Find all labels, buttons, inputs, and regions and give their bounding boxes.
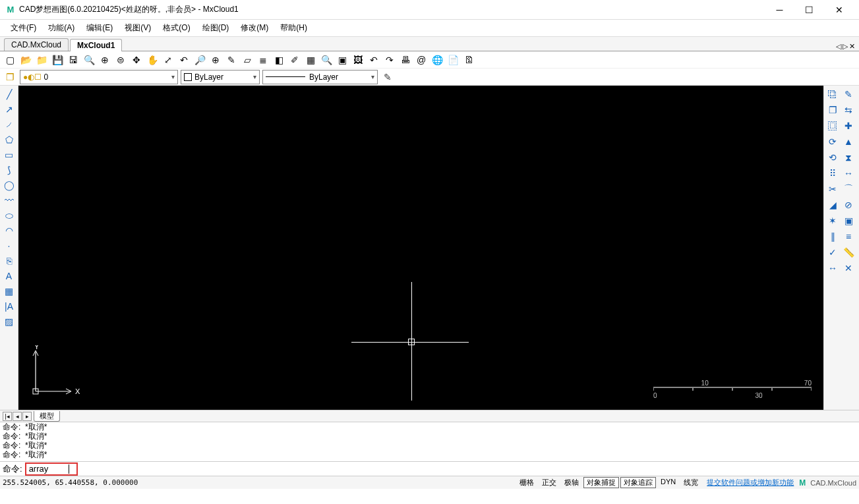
copy-icon[interactable]: ⿻	[825, 87, 840, 101]
explode-icon[interactable]: ✶	[825, 213, 840, 228]
copy3-icon[interactable]: ⿴	[825, 119, 840, 133]
plus-icon[interactable]: ✚	[841, 119, 856, 133]
pan-icon[interactable]: ✋	[145, 53, 160, 67]
vtext-icon[interactable]: |A	[2, 299, 16, 314]
layout-nav-prev-icon[interactable]: ◂	[13, 412, 22, 421]
ellarc-icon[interactable]: ◠	[2, 223, 16, 238]
pdf-icon[interactable]: 📄	[446, 53, 460, 67]
menu-item[interactable]: 修改(M)	[235, 21, 274, 35]
point-icon[interactable]: ·	[2, 238, 16, 253]
status-toggle[interactable]: 极轴	[561, 477, 582, 488]
chamfer-icon[interactable]: ◢	[825, 198, 840, 212]
zoom-icon[interactable]: 🔎	[193, 53, 207, 67]
stretch-icon[interactable]: ↔	[841, 166, 856, 181]
spline-icon[interactable]: 〰	[2, 193, 16, 208]
zoomext-icon[interactable]: ✥	[129, 53, 144, 67]
eraser-icon[interactable]: ▱	[240, 53, 254, 67]
tab-close-icon[interactable]: ✕	[849, 42, 855, 51]
offset-icon[interactable]: ‖	[825, 229, 840, 244]
redo-icon[interactable]: ↷	[382, 53, 397, 67]
scale-icon[interactable]: ▲	[841, 134, 856, 149]
match-icon[interactable]: ✓	[825, 245, 840, 260]
hatch2-icon[interactable]: ▨	[2, 314, 16, 329]
tab-nav-right-icon[interactable]: ▷	[843, 42, 848, 51]
minimize-button[interactable]: ─	[765, 1, 794, 19]
refresh-icon[interactable]: ⟲	[825, 150, 840, 165]
fillet-icon[interactable]: ⌒	[841, 182, 856, 196]
status-toggle[interactable]: 正交	[539, 477, 560, 488]
line-icon[interactable]: ╱	[2, 87, 16, 101]
new-icon[interactable]: ▢	[3, 53, 17, 67]
find-icon[interactable]: 🔍	[319, 53, 334, 67]
rotate-icon[interactable]: ⟳	[825, 134, 840, 149]
document-tab[interactable]: MxCloud1	[70, 39, 122, 51]
pline-icon[interactable]: ⟋	[2, 117, 16, 132]
status-toggle[interactable]: 对象追踪	[620, 477, 656, 488]
open-icon[interactable]: 📂	[18, 53, 33, 67]
menu-item[interactable]: 文件(F)	[5, 21, 42, 35]
polygon-icon[interactable]: ⬠	[2, 132, 16, 147]
att-icon[interactable]: @	[414, 53, 429, 67]
menu-item[interactable]: 帮助(H)	[275, 21, 312, 35]
copy2-icon[interactable]: ❐	[825, 103, 840, 117]
mtext-icon[interactable]: A	[2, 269, 16, 283]
layer-combo[interactable]: ●◐☐ 0 ▾	[20, 70, 178, 84]
layout-nav-first-icon[interactable]: |◂	[3, 412, 12, 421]
feedback-link[interactable]: 提交软件问题或增加新功能	[707, 478, 794, 488]
tab-nav-left-icon[interactable]: ◁	[836, 42, 841, 51]
circle-icon[interactable]: ◯	[2, 178, 16, 192]
edit-icon[interactable]: ✎	[841, 87, 856, 101]
globe-icon[interactable]: 🌐	[430, 53, 444, 67]
layout-nav-next-icon[interactable]: ▸	[22, 412, 32, 421]
zoomd-icon[interactable]: ⤢	[161, 53, 175, 67]
pencil-icon[interactable]: ✎	[224, 53, 239, 67]
swap-icon[interactable]: ⇆	[841, 103, 856, 117]
status-toggle[interactable]: 线宽	[680, 477, 701, 488]
linetype-combo[interactable]: ByLayer ▾	[262, 70, 378, 84]
align-icon[interactable]: ≡	[841, 229, 856, 244]
layer-manager-icon[interactable]: ❐	[3, 70, 17, 84]
trim-icon[interactable]: ✂	[825, 182, 840, 196]
rect-icon[interactable]: ▭	[2, 148, 16, 162]
measure-icon[interactable]: 📏	[841, 245, 856, 260]
menu-item[interactable]: 功能(A)	[43, 21, 80, 35]
saveas-icon[interactable]: 🖫	[66, 53, 80, 67]
undo-icon[interactable]: ↶	[367, 53, 381, 67]
block-icon[interactable]: ▣	[335, 53, 349, 67]
status-toggle[interactable]: 对象捕捉	[583, 477, 619, 488]
maximize-button[interactable]: ☐	[794, 1, 824, 19]
zoomall-icon[interactable]: ⊜	[113, 53, 128, 67]
array-icon[interactable]: ⠿	[825, 166, 840, 181]
openf-icon[interactable]: 📁	[34, 53, 49, 67]
brush-icon[interactable]: ✐	[287, 53, 302, 67]
document-tab[interactable]: CAD.MxCloud	[4, 38, 69, 51]
menu-item[interactable]: 格式(O)	[158, 21, 195, 35]
lineweight-icon[interactable]: ✎	[380, 70, 395, 84]
target-icon[interactable]: ⊕	[208, 53, 223, 67]
img2-icon[interactable]: 🖻	[461, 53, 476, 67]
xline-icon[interactable]: ↗	[2, 102, 16, 117]
color-combo[interactable]: ByLayer ▾	[181, 70, 260, 84]
arc-icon[interactable]: ⟆	[2, 163, 16, 177]
zoomw-icon[interactable]: 🔍	[82, 53, 96, 67]
status-toggle[interactable]: 栅格	[516, 477, 537, 488]
status-toggle[interactable]: DYN	[657, 477, 679, 488]
menu-item[interactable]: 绘图(D)	[197, 21, 235, 35]
close-button[interactable]: ✕	[824, 1, 854, 19]
command-input[interactable]	[29, 464, 69, 474]
menu-item[interactable]: 视图(V)	[119, 21, 156, 35]
break-icon[interactable]: ⊘	[841, 198, 856, 212]
dist-icon[interactable]: ↔	[825, 261, 840, 275]
table-icon[interactable]: ▦	[2, 284, 16, 298]
print-icon[interactable]: 🖶	[398, 53, 413, 67]
group-icon[interactable]: ▣	[841, 213, 856, 228]
save-icon[interactable]: 💾	[50, 53, 65, 67]
menu-item[interactable]: 编辑(E)	[81, 21, 118, 35]
grad-icon[interactable]: ◧	[272, 53, 286, 67]
ellipse-icon[interactable]: ⬭	[2, 208, 16, 223]
prev-icon[interactable]: ↶	[177, 53, 191, 67]
mirror-icon[interactable]: ⧗	[841, 150, 856, 165]
hatch-icon[interactable]: ▦	[303, 53, 318, 67]
model-tab[interactable]: 模型	[34, 411, 60, 422]
erase2-icon[interactable]: ✕	[841, 261, 856, 275]
